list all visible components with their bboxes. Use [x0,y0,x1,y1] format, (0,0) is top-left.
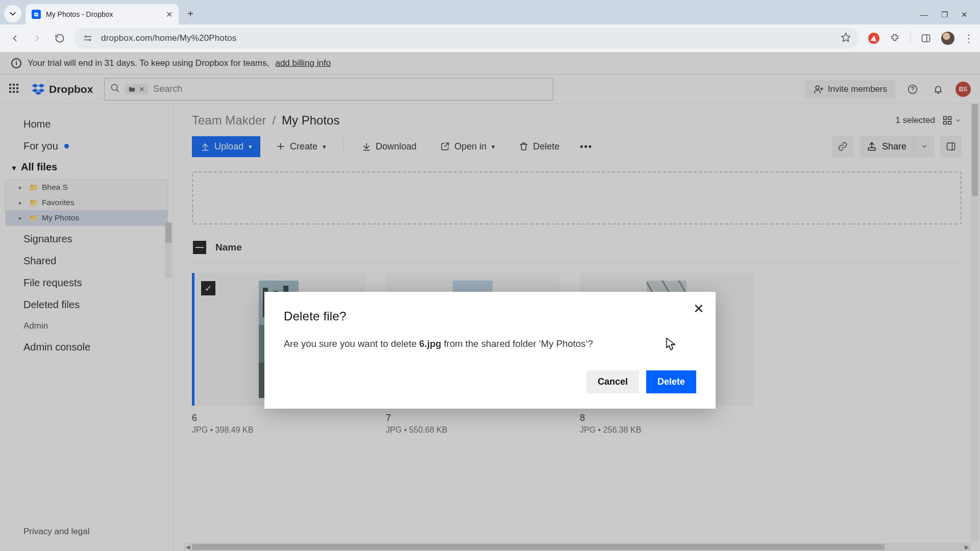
svg-point-2 [89,39,91,41]
account-avatar[interactable]: BS [955,82,971,97]
cancel-button[interactable]: Cancel [586,370,639,393]
dialog-msg-post: from the shared folder ‘My Photos’? [442,338,593,349]
download-button[interactable]: Download [353,136,425,157]
dialog-msg-pre: Are you sure you want to delete [284,338,419,349]
profile-avatar[interactable] [941,32,954,45]
trial-banner-text: Your trial will end in 31 days. To keep … [28,58,269,68]
create-label: Create [290,141,317,152]
svg-rect-17 [948,121,951,124]
tree-item-selected[interactable]: ▸📁My Photos [6,210,167,226]
more-actions-button[interactable]: ••• [575,136,598,157]
svg-point-13 [912,91,913,91]
dropzone[interactable] [192,171,962,224]
dialog-message: Are you sure you want to delete 6.jpg fr… [284,337,696,351]
address-bar[interactable]: dropbox.com/home/My%20Photos [74,28,859,48]
sidepanel-icon[interactable] [920,32,932,44]
file-meta: JPG • 256.38 KB [580,425,753,435]
dropbox-logo[interactable]: Dropbox [32,83,93,95]
tree-scrollbar[interactable] [165,222,172,279]
clear-scope-icon[interactable]: ✕ [139,85,145,93]
breadcrumb-current: My Photos [282,113,339,128]
upload-button[interactable]: Upload ▾ [192,136,260,157]
main-scrollbar[interactable] [971,104,979,542]
scroll-right-icon[interactable]: ▶ [963,543,971,551]
sidebar-privacy-legal[interactable]: Privacy and legal [0,521,173,542]
reload-button[interactable] [51,30,68,47]
create-button[interactable]: Create ▾ [267,136,334,157]
site-settings-icon[interactable] [82,32,94,44]
confirm-delete-button[interactable]: Delete [646,370,696,393]
sidebar-signatures[interactable]: Signatures [0,228,173,250]
browser-toolbar: dropbox.com/home/My%20Photos ⋮ [0,24,980,52]
sidebar: Home For you ▾ All files ▸📁Bhea S ▸📁Favo… [0,104,174,551]
invite-members-label: Invite members [828,84,887,94]
tab-search-button[interactable] [4,5,21,22]
add-billing-link[interactable]: add billing info [275,58,331,68]
sidebar-deleted-files[interactable]: Deleted files [0,294,173,316]
share-button[interactable]: Share [860,136,914,157]
close-tab-icon[interactable]: ✕ [166,10,173,19]
delete-button[interactable]: Delete [510,136,568,157]
scroll-left-icon[interactable]: ◀ [184,543,192,551]
minimize-icon[interactable]: ― [920,10,928,19]
bookmark-star-icon[interactable] [841,32,851,44]
chevron-down-icon: ▾ [323,143,326,151]
new-tab-button[interactable]: + [183,6,198,21]
app-launcher-icon[interactable] [9,84,20,95]
sidebar-all-files-label: All files [21,161,57,173]
dropbox-favicon: ⧉ [32,10,41,19]
chevron-down-icon: ▾ [12,164,16,172]
file-name: 7 [386,413,559,423]
select-all-checkbox[interactable]: — [193,241,206,254]
url-text: dropbox.com/home/My%20Photos [101,33,236,43]
sidebar-for-you-label: For you [23,140,58,152]
view-toggle[interactable] [942,115,962,126]
share-dropdown[interactable] [914,136,934,157]
sidebar-all-files[interactable]: ▾ All files [0,157,173,177]
delete-confirm-dialog: ✕ Delete file? Are you sure you want to … [264,292,716,409]
separator [344,139,344,154]
folder-tree: ▸📁Bhea S ▸📁Favorites ▸📁My Photos [5,179,168,226]
checkbox-checked-icon[interactable]: ✓ [201,281,215,295]
sidebar-admin-console[interactable]: Admin console [0,336,173,358]
sidebar-home[interactable]: Home [0,113,173,135]
search-bar[interactable]: ✕ [104,78,553,101]
sidebar-for-you[interactable]: For you [0,135,173,157]
selection-count: 1 selected [896,115,936,126]
details-panel-button[interactable] [940,136,962,157]
close-dialog-icon[interactable]: ✕ [693,301,704,317]
tab-title: My Photos - Dropbox [46,10,161,18]
horizontal-scrollbar[interactable]: ◀ ▶ [184,543,971,551]
search-input[interactable] [153,84,548,94]
help-icon[interactable] [904,81,921,97]
tree-item[interactable]: ▸📁Favorites [6,195,167,210]
invite-members-button[interactable]: Invite members [805,80,895,98]
tree-item-label: My Photos [42,213,79,222]
sidebar-file-requests[interactable]: File requests [0,272,173,294]
browser-tab[interactable]: ⧉ My Photos - Dropbox ✕ [26,4,179,24]
dialog-title: Delete file? [284,309,696,323]
upload-label: Upload [214,141,243,152]
sidebar-shared[interactable]: Shared [0,250,173,272]
chevron-down-icon: ▾ [492,143,495,151]
file-meta: JPG • 550.68 KB [386,425,559,435]
breadcrumb-root[interactable]: Team Makder [192,113,266,128]
extensions-icon[interactable] [889,32,901,44]
back-button[interactable] [6,30,23,47]
search-scope-chip[interactable]: ✕ [125,84,148,95]
chrome-menu-icon[interactable]: ⋮ [964,32,974,44]
extension-ublock-icon[interactable] [868,33,879,44]
maximize-icon[interactable]: ❐ [941,10,948,19]
notifications-icon[interactable] [930,81,946,97]
close-window-icon[interactable]: ✕ [961,10,968,19]
column-name[interactable]: Name [215,242,242,253]
tree-item[interactable]: ▸📁Bhea S [6,180,167,195]
folder-icon: 📁 [29,183,38,191]
copy-link-button[interactable] [832,136,853,157]
forward-button[interactable] [29,30,46,47]
svg-marker-4 [842,33,850,42]
svg-rect-16 [944,121,947,124]
open-in-button[interactable]: Open in ▾ [432,136,503,157]
browser-tabstrip: ⧉ My Photos - Dropbox ✕ + ― ❐ ✕ [0,0,980,24]
delete-label: Delete [533,141,559,152]
